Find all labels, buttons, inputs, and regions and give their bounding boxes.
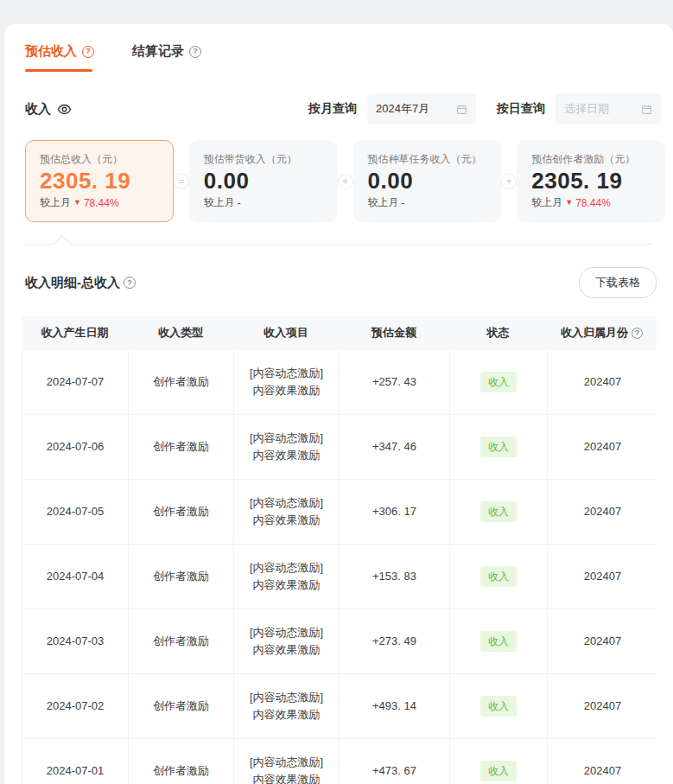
status-badge: 收入 [480, 437, 517, 458]
card-label: 预估种草任务收入（元） [368, 152, 487, 167]
cell-amount: +153. 83 [340, 545, 450, 609]
day-query-label: 按日查询 [497, 101, 545, 117]
earnings-panel: 预估收入 ? 结算记录 ? 收入 按月查询 2024年7月 [4, 24, 673, 784]
table-row[interactable]: 2024-07-02 创作者激励 [内容动态激励] 内容效果激励 +493. 1… [22, 674, 657, 739]
down-arrow-icon: ▼ [73, 199, 81, 207]
card-value: 2305. 19 [40, 168, 159, 194]
cell-income-date: 2024-07-06 [22, 415, 129, 479]
cell-income-project: [内容动态激励] 内容效果激励 [234, 480, 340, 544]
day-picker-input[interactable]: 选择日期 [556, 93, 661, 124]
table-row[interactable]: 2024-07-04 创作者激励 [内容动态激励] 内容效果激励 +153. 8… [22, 545, 657, 609]
tab-settlement-records[interactable]: 结算记录 ? [132, 43, 201, 60]
cell-attribution-month: 202407 [548, 480, 657, 544]
card-compare: 较上月 ▼ 78.44% [531, 195, 651, 210]
change-percent: 78.44% [575, 197, 611, 209]
tab-estimated-income[interactable]: 预估收入 ? [25, 43, 94, 60]
cell-income-type: 创作者激励 [129, 350, 234, 414]
detail-title: 收入明细-总收入 ? [25, 275, 136, 291]
cell-income-project: [内容动态激励] 内容效果激励 [234, 415, 340, 479]
download-table-button[interactable]: 下载表格 [579, 267, 657, 298]
table-row[interactable]: 2024-07-06 创作者激励 [内容动态激励] 内容效果激励 +347. 4… [22, 415, 657, 480]
cell-attribution-month: 202407 [548, 609, 657, 673]
header-income-project: 收入项目 [233, 316, 339, 350]
cell-amount: +273. 49 [340, 609, 450, 673]
plus-separator: + [501, 140, 517, 222]
cell-income-type: 创作者激励 [129, 609, 234, 673]
cell-amount: +306. 17 [340, 480, 450, 544]
help-icon[interactable]: ? [632, 328, 643, 339]
tab-label: 结算记录 [132, 43, 184, 60]
divider-notch [54, 235, 71, 252]
cell-income-project: [内容动态激励] 内容效果激励 [234, 545, 340, 609]
status-badge: 收入 [480, 501, 517, 523]
header-status: 状态 [449, 316, 547, 350]
change-percent: 78.44% [84, 197, 119, 209]
income-filter-row: 收入 按月查询 2024年7月 按日查询 选择日期 [4, 93, 673, 124]
table-row[interactable]: 2024-07-07 创作者激励 [内容动态激励] 内容效果激励 +257. 4… [22, 350, 657, 415]
detail-title-label: 收入明细-总收入 [25, 275, 120, 291]
plus-icon: + [501, 174, 517, 189]
table-row[interactable]: 2024-07-05 创作者激励 [内容动态激励] 内容效果激励 +306. 1… [22, 480, 657, 545]
cell-attribution-month: 202407 [548, 350, 657, 414]
header-income-date: 收入产生日期 [22, 316, 128, 350]
cell-income-project: [内容动态激励] 内容效果激励 [234, 674, 340, 738]
month-picker-input[interactable]: 2024年7月 [367, 93, 476, 124]
help-icon[interactable]: ? [189, 46, 201, 58]
cell-income-type: 创作者激励 [129, 480, 234, 544]
cell-income-project: [内容动态激励] 内容效果激励 [234, 350, 340, 414]
status-badge: 收入 [480, 631, 517, 653]
cell-income-project: [内容动态激励] 内容效果激励 [234, 739, 340, 784]
cell-income-date: 2024-07-05 [22, 480, 129, 544]
change-percent: - [238, 197, 241, 209]
status-badge: 收入 [480, 372, 517, 393]
cell-income-type: 创作者激励 [129, 739, 234, 784]
card-creator-incentive[interactable]: 预估创作者激励（元） 2305. 19 较上月 ▼ 78.44% [517, 140, 665, 222]
plus-separator: + [338, 140, 353, 222]
header-income-type: 收入类型 [128, 316, 233, 350]
card-total-income[interactable]: 预估总收入（元） 2305. 19 较上月 ▼ 78.44% [25, 140, 174, 222]
cell-attribution-month: 202407 [548, 545, 657, 609]
cell-income-date: 2024-07-04 [22, 545, 129, 609]
cell-amount: +347. 46 [340, 415, 450, 479]
equals-separator: = [174, 140, 189, 222]
card-goods-income[interactable]: 预估带货收入（元） 0.00 较上月 - [189, 140, 338, 222]
tab-bar: 预估收入 ? 结算记录 ? [4, 24, 673, 60]
cell-income-type: 创作者激励 [129, 545, 234, 609]
eye-icon[interactable] [57, 102, 72, 117]
table-header-row: 收入产生日期 收入类型 收入项目 预估金额 状态 收入归属月份 ? [22, 316, 657, 350]
tab-label: 预估收入 [25, 43, 77, 60]
table-row[interactable]: 2024-07-01 创作者激励 [内容动态激励] 内容效果激励 +473. 6… [22, 739, 657, 784]
cell-income-date: 2024-07-07 [22, 350, 129, 414]
income-title: 收入 [25, 101, 72, 118]
income-title-label: 收入 [25, 101, 51, 118]
help-icon[interactable]: ? [124, 277, 136, 289]
help-icon[interactable]: ? [82, 46, 94, 58]
summary-cards: 预估总收入（元） 2305. 19 较上月 ▼ 78.44% = 预估带货收入（… [25, 140, 665, 222]
cell-status: 收入 [450, 545, 548, 609]
cell-status: 收入 [450, 350, 548, 414]
card-compare: 较上月 ▼ 78.44% [40, 195, 159, 210]
header-estimated-amount: 预估金额 [339, 316, 449, 350]
cell-income-type: 创作者激励 [129, 415, 234, 479]
card-seeding-task-income[interactable]: 预估种草任务收入（元） 0.00 较上月 - [353, 140, 502, 222]
cell-income-date: 2024-07-03 [22, 609, 129, 673]
cell-income-date: 2024-07-02 [22, 674, 129, 738]
cell-income-date: 2024-07-01 [22, 739, 129, 784]
cell-income-project: [内容动态激励] 内容效果激励 [234, 609, 340, 673]
cell-amount: +493. 14 [340, 674, 450, 738]
cell-status: 收入 [450, 739, 548, 784]
card-compare: 较上月 - [368, 195, 487, 210]
status-badge: 收入 [480, 696, 517, 717]
cell-status: 收入 [450, 415, 548, 479]
cell-amount: +473. 67 [340, 739, 450, 784]
card-label: 预估带货收入（元） [204, 152, 323, 167]
day-picker-placeholder: 选择日期 [564, 101, 609, 117]
cell-status: 收入 [450, 480, 548, 544]
status-badge: 收入 [480, 761, 517, 782]
equals-icon: = [174, 174, 189, 189]
month-query-label: 按月查询 [308, 101, 357, 117]
card-value: 0.00 [368, 168, 487, 194]
table-row[interactable]: 2024-07-03 创作者激励 [内容动态激励] 内容效果激励 +273. 4… [22, 609, 657, 674]
cell-status: 收入 [450, 674, 548, 738]
down-arrow-icon: ▼ [565, 199, 573, 207]
